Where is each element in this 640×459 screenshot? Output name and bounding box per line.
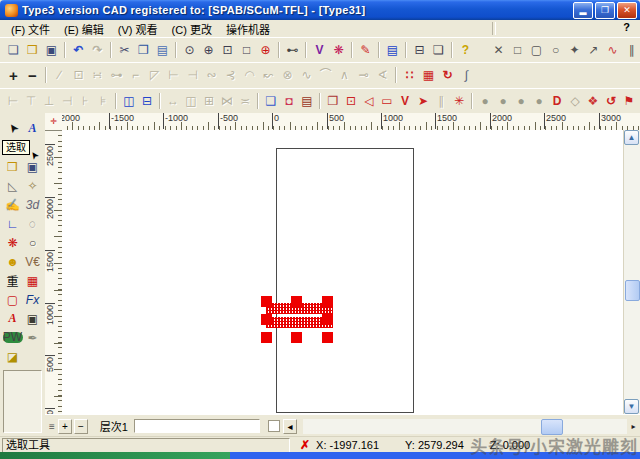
array-copy-icon[interactable]: ∷ xyxy=(400,64,419,86)
curve-tool-icon[interactable]: ∫ xyxy=(457,64,476,86)
template-icon[interactable]: ❑ xyxy=(262,90,280,112)
align-center-v-icon[interactable]: ⊦ xyxy=(76,90,94,112)
align-top-icon[interactable]: ⊤ xyxy=(22,90,40,112)
maximize-button[interactable]: ❐ xyxy=(595,2,615,19)
magic-wand-icon[interactable]: ✧ xyxy=(23,176,43,195)
quill-icon[interactable]: ✒ xyxy=(23,328,43,347)
new-file-icon[interactable]: ❏ xyxy=(4,39,23,61)
corner-tool-icon[interactable]: ∟ xyxy=(3,214,23,233)
rotate-copy-icon[interactable]: ↻ xyxy=(438,64,457,86)
zoom-object-icon[interactable]: ⊡ xyxy=(218,39,237,61)
pinwheel-icon[interactable]: ❋ xyxy=(3,233,23,252)
film-icon[interactable]: ▤ xyxy=(298,90,316,112)
pencil-icon[interactable]: ∕ xyxy=(50,64,69,86)
align-right-icon[interactable]: ⊣ xyxy=(58,90,76,112)
flower-pattern-icon[interactable]: ❋ xyxy=(329,39,348,61)
image-icon[interactable]: ▤ xyxy=(383,39,402,61)
arrow-tool-icon[interactable]: ↗ xyxy=(584,39,603,61)
delete-node-icon[interactable]: ✕ xyxy=(489,39,508,61)
align-bottom-icon[interactable]: ⊥ xyxy=(40,90,58,112)
redo-icon[interactable]: ↷ xyxy=(88,39,107,61)
join-icon[interactable]: ⋈ xyxy=(218,90,236,112)
remove-point-icon[interactable]: − xyxy=(23,64,42,86)
engrave-brush-icon[interactable]: ✎ xyxy=(356,39,375,61)
layer-checkbox[interactable] xyxy=(268,420,280,432)
close-button[interactable]: ✕ xyxy=(617,2,637,19)
scroll-right-button[interactable]: ▸ xyxy=(627,419,640,434)
hatch-disabled-icon[interactable]: ∥ xyxy=(432,90,450,112)
zoom-in-icon[interactable]: ⊕ xyxy=(199,39,218,61)
red-grid-icon[interactable]: ▦ xyxy=(23,271,43,290)
pw-tool-icon[interactable]: PW xyxy=(3,332,23,343)
align-center-h-icon[interactable]: ⊧ xyxy=(94,90,112,112)
camera-icon[interactable]: ▣ xyxy=(23,309,43,328)
overlap-copy-icon[interactable]: ❐ xyxy=(324,90,342,112)
disabled-tool-icon[interactable]: ⌒ xyxy=(316,64,335,86)
circle-disabled-icon[interactable]: ◌ xyxy=(23,214,43,233)
undo-icon[interactable]: ↶ xyxy=(69,39,88,61)
spiral-d-icon[interactable]: D xyxy=(548,90,566,112)
remove-layer-button[interactable]: − xyxy=(74,419,88,434)
ve-tool-icon[interactable]: V€ xyxy=(23,252,43,271)
vertical-scroll-thumb[interactable] xyxy=(625,280,640,301)
selection-handle[interactable] xyxy=(261,296,272,307)
menu-modify[interactable]: (C) 更改 xyxy=(165,20,219,38)
hat-tool-icon[interactable]: ◪ xyxy=(3,347,23,366)
diamond-group-icon[interactable]: ❖ xyxy=(584,90,602,112)
selection-handle[interactable] xyxy=(322,296,333,307)
shape-preset-icon[interactable]: ● xyxy=(530,90,548,112)
disabled-tool-icon[interactable]: ⌐ xyxy=(126,64,145,86)
chinese-char-icon[interactable]: 重 xyxy=(3,271,23,290)
center-page-v-icon[interactable]: ⊟ xyxy=(138,90,156,112)
scroll-left-button[interactable]: ◂ xyxy=(283,419,297,434)
center-page-h-icon[interactable]: ◫ xyxy=(120,90,138,112)
menu-view[interactable]: (V) 观看 xyxy=(111,20,165,38)
face-icon[interactable]: ☻ xyxy=(3,252,23,271)
freehand-icon[interactable]: ✍ xyxy=(3,195,23,214)
help-icon[interactable]: ? xyxy=(456,39,475,61)
disabled-tool-icon[interactable]: ⊣ xyxy=(183,64,202,86)
polyline-tool-icon[interactable]: ∿ xyxy=(603,39,622,61)
disabled-tool-icon[interactable]: ⊰ xyxy=(221,64,240,86)
disabled-tool-icon[interactable]: ∺ xyxy=(88,64,107,86)
minimize-button[interactable]: ▂ xyxy=(573,2,593,19)
oval-disabled-icon[interactable]: ○ xyxy=(23,233,43,252)
match-size-icon[interactable]: ≍ xyxy=(236,90,254,112)
help-menu[interactable]: ? xyxy=(623,21,630,33)
shape-preset-icon[interactable]: ● xyxy=(512,90,530,112)
selection-handle[interactable] xyxy=(291,296,302,307)
circle-arrows-icon[interactable]: ↺ xyxy=(602,90,620,112)
distribute-v-icon[interactable]: ◫ xyxy=(182,90,200,112)
rounded-rect-tool-icon[interactable]: ▢ xyxy=(527,39,546,61)
paste-icon[interactable]: ▤ xyxy=(153,39,172,61)
disabled-tool-icon[interactable]: ◠ xyxy=(240,64,259,86)
red-frame-icon[interactable]: ▢ xyxy=(3,290,23,309)
save-icon[interactable]: ▣ xyxy=(42,39,61,61)
zoom-red-icon[interactable]: ⊕ xyxy=(256,39,275,61)
layer-name-input[interactable] xyxy=(134,419,260,433)
disabled-tool-icon[interactable]: ∧ xyxy=(335,64,354,86)
disabled-tool-icon[interactable]: ∢ xyxy=(373,64,392,86)
drawing-canvas[interactable] xyxy=(62,130,624,414)
vertical-scrollbar[interactable]: ▲ ▼ xyxy=(623,130,640,414)
text-v-icon[interactable]: V xyxy=(310,39,329,61)
flag-icon[interactable]: ⚑ xyxy=(620,90,638,112)
disabled-tool-icon[interactable]: ◸ xyxy=(145,64,164,86)
disabled-tool-icon[interactable]: ∾ xyxy=(202,64,221,86)
disabled-tool-icon[interactable]: ↜ xyxy=(259,64,278,86)
selection-handle[interactable] xyxy=(322,332,333,343)
pentagon-outline-icon[interactable]: ◇ xyxy=(566,90,584,112)
disabled-tool-icon[interactable]: ∿ xyxy=(297,64,316,86)
cut-icon[interactable]: ✂ xyxy=(115,39,134,61)
print-preview-icon[interactable]: ❏ xyxy=(429,39,448,61)
add-point-icon[interactable]: + xyxy=(4,64,23,86)
corner-square-icon[interactable]: ⊡ xyxy=(342,90,360,112)
print-icon[interactable]: ⊟ xyxy=(410,39,429,61)
shape-preset-icon[interactable]: ● xyxy=(476,90,494,112)
selection-handle[interactable] xyxy=(291,332,302,343)
ramp-tool-icon[interactable]: ◺ xyxy=(3,176,23,195)
disabled-tool-icon[interactable]: ⊗ xyxy=(278,64,297,86)
star-tool-icon[interactable]: ✦ xyxy=(565,39,584,61)
selection-handle[interactable] xyxy=(322,314,333,325)
node-edit-icon[interactable]: ⊡ xyxy=(69,64,88,86)
